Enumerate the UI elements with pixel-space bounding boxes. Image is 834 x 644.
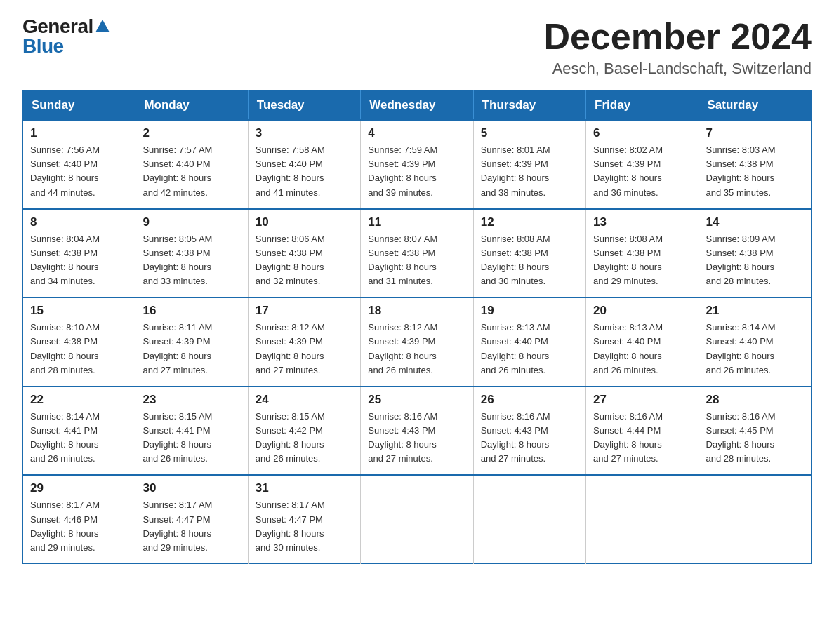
- calendar-day-cell: 23 Sunrise: 8:15 AMSunset: 4:41 PMDaylig…: [135, 387, 248, 476]
- day-info: Sunrise: 8:01 AMSunset: 4:39 PMDaylight:…: [481, 143, 578, 200]
- calendar-day-cell: 14 Sunrise: 8:09 AMSunset: 4:38 PMDaylig…: [699, 209, 811, 298]
- day-info: Sunrise: 8:11 AMSunset: 4:39 PMDaylight:…: [143, 321, 240, 377]
- calendar-day-cell: 24 Sunrise: 8:15 AMSunset: 4:42 PMDaylig…: [248, 387, 360, 476]
- day-number: 21: [706, 304, 804, 318]
- calendar-day-cell: 27 Sunrise: 8:16 AMSunset: 4:44 PMDaylig…: [586, 387, 699, 476]
- day-info: Sunrise: 8:17 AMSunset: 4:46 PMDaylight:…: [30, 498, 128, 555]
- day-info: Sunrise: 8:16 AMSunset: 4:43 PMDaylight:…: [368, 410, 465, 467]
- day-number: 19: [481, 304, 578, 318]
- day-header-thursday: Thursday: [473, 91, 585, 121]
- calendar-day-cell: 8 Sunrise: 8:04 AMSunset: 4:38 PMDayligh…: [23, 209, 135, 298]
- calendar-day-cell: 12 Sunrise: 8:08 AMSunset: 4:38 PMDaylig…: [473, 209, 585, 298]
- day-header-monday: Monday: [135, 91, 248, 121]
- calendar-day-cell: 7 Sunrise: 8:03 AMSunset: 4:38 PMDayligh…: [699, 120, 811, 209]
- logo: General Blue: [22, 17, 110, 56]
- page-header: General Blue December 2024 Aesch, Basel-…: [22, 17, 812, 78]
- day-number: 2: [143, 126, 240, 140]
- day-number: 7: [706, 126, 804, 140]
- day-number: 29: [30, 481, 128, 495]
- day-number: 15: [30, 304, 128, 318]
- calendar-day-cell: 21 Sunrise: 8:14 AMSunset: 4:40 PMDaylig…: [699, 297, 811, 387]
- day-info: Sunrise: 8:05 AMSunset: 4:38 PMDaylight:…: [143, 232, 240, 289]
- day-info: Sunrise: 8:17 AMSunset: 4:47 PMDaylight:…: [256, 498, 353, 555]
- day-number: 31: [256, 481, 353, 495]
- svg-marker-0: [95, 20, 110, 32]
- day-info: Sunrise: 8:12 AMSunset: 4:39 PMDaylight:…: [368, 321, 465, 377]
- calendar-week-row: 29 Sunrise: 8:17 AMSunset: 4:46 PMDaylig…: [23, 475, 812, 563]
- day-number: 8: [30, 215, 128, 229]
- day-info: Sunrise: 7:58 AMSunset: 4:40 PMDaylight:…: [256, 143, 353, 200]
- calendar-header-row: SundayMondayTuesdayWednesdayThursdayFrid…: [23, 91, 812, 121]
- day-number: 6: [593, 126, 691, 140]
- logo-general-text: General: [22, 17, 93, 36]
- day-info: Sunrise: 7:59 AMSunset: 4:39 PMDaylight:…: [368, 143, 465, 200]
- calendar-day-cell: 25 Sunrise: 8:16 AMSunset: 4:43 PMDaylig…: [361, 387, 473, 476]
- day-number: 27: [593, 393, 691, 407]
- day-info: Sunrise: 8:03 AMSunset: 4:38 PMDaylight:…: [706, 143, 804, 200]
- day-number: 30: [143, 481, 240, 495]
- calendar-week-row: 1 Sunrise: 7:56 AMSunset: 4:40 PMDayligh…: [23, 120, 812, 209]
- calendar-day-cell: 5 Sunrise: 8:01 AMSunset: 4:39 PMDayligh…: [473, 120, 585, 209]
- calendar-day-cell: 30 Sunrise: 8:17 AMSunset: 4:47 PMDaylig…: [135, 475, 248, 563]
- day-info: Sunrise: 8:13 AMSunset: 4:40 PMDaylight:…: [481, 321, 578, 377]
- calendar-day-cell: 26 Sunrise: 8:16 AMSunset: 4:43 PMDaylig…: [473, 387, 585, 476]
- day-number: 17: [256, 304, 353, 318]
- day-header-wednesday: Wednesday: [361, 91, 473, 121]
- day-number: 20: [593, 304, 691, 318]
- day-header-saturday: Saturday: [699, 91, 811, 121]
- day-number: 1: [30, 126, 128, 140]
- calendar-day-cell: 1 Sunrise: 7:56 AMSunset: 4:40 PMDayligh…: [23, 120, 135, 209]
- calendar-week-row: 8 Sunrise: 8:04 AMSunset: 4:38 PMDayligh…: [23, 209, 812, 298]
- calendar-day-cell: 18 Sunrise: 8:12 AMSunset: 4:39 PMDaylig…: [361, 297, 473, 387]
- day-number: 13: [593, 215, 691, 229]
- day-info: Sunrise: 8:07 AMSunset: 4:38 PMDaylight:…: [368, 232, 465, 289]
- day-info: Sunrise: 8:16 AMSunset: 4:44 PMDaylight:…: [593, 410, 691, 467]
- calendar-day-cell: 19 Sunrise: 8:13 AMSunset: 4:40 PMDaylig…: [473, 297, 585, 387]
- title-section: December 2024 Aesch, Basel-Landschaft, S…: [543, 17, 812, 78]
- calendar-table: SundayMondayTuesdayWednesdayThursdayFrid…: [22, 90, 812, 564]
- calendar-day-cell: 2 Sunrise: 7:57 AMSunset: 4:40 PMDayligh…: [135, 120, 248, 209]
- location-text: Aesch, Basel-Landschaft, Switzerland: [543, 60, 812, 78]
- day-number: 9: [143, 215, 240, 229]
- calendar-day-cell: 17 Sunrise: 8:12 AMSunset: 4:39 PMDaylig…: [248, 297, 360, 387]
- calendar-day-cell: [586, 475, 699, 563]
- day-info: Sunrise: 8:15 AMSunset: 4:42 PMDaylight:…: [256, 410, 353, 467]
- calendar-day-cell: 16 Sunrise: 8:11 AMSunset: 4:39 PMDaylig…: [135, 297, 248, 387]
- day-number: 10: [256, 215, 353, 229]
- day-info: Sunrise: 8:14 AMSunset: 4:40 PMDaylight:…: [706, 321, 804, 377]
- calendar-day-cell: 9 Sunrise: 8:05 AMSunset: 4:38 PMDayligh…: [135, 209, 248, 298]
- calendar-week-row: 15 Sunrise: 8:10 AMSunset: 4:38 PMDaylig…: [23, 297, 812, 387]
- day-info: Sunrise: 8:17 AMSunset: 4:47 PMDaylight:…: [143, 498, 240, 555]
- day-number: 24: [256, 393, 353, 407]
- day-header-sunday: Sunday: [23, 91, 135, 121]
- calendar-day-cell: [473, 475, 585, 563]
- logo-blue-text: Blue: [22, 35, 64, 57]
- calendar-day-cell: 20 Sunrise: 8:13 AMSunset: 4:40 PMDaylig…: [586, 297, 699, 387]
- day-info: Sunrise: 8:13 AMSunset: 4:40 PMDaylight:…: [593, 321, 691, 377]
- calendar-day-cell: 31 Sunrise: 8:17 AMSunset: 4:47 PMDaylig…: [248, 475, 360, 563]
- day-info: Sunrise: 8:15 AMSunset: 4:41 PMDaylight:…: [143, 410, 240, 467]
- day-info: Sunrise: 7:56 AMSunset: 4:40 PMDaylight:…: [30, 143, 128, 200]
- calendar-day-cell: 10 Sunrise: 8:06 AMSunset: 4:38 PMDaylig…: [248, 209, 360, 298]
- day-info: Sunrise: 8:12 AMSunset: 4:39 PMDaylight:…: [256, 321, 353, 377]
- day-header-tuesday: Tuesday: [248, 91, 360, 121]
- day-number: 26: [481, 393, 578, 407]
- calendar-day-cell: 11 Sunrise: 8:07 AMSunset: 4:38 PMDaylig…: [361, 209, 473, 298]
- day-info: Sunrise: 8:16 AMSunset: 4:45 PMDaylight:…: [706, 410, 804, 467]
- day-info: Sunrise: 7:57 AMSunset: 4:40 PMDaylight:…: [143, 143, 240, 200]
- calendar-day-cell: 15 Sunrise: 8:10 AMSunset: 4:38 PMDaylig…: [23, 297, 135, 387]
- calendar-day-cell: 28 Sunrise: 8:16 AMSunset: 4:45 PMDaylig…: [699, 387, 811, 476]
- day-info: Sunrise: 8:16 AMSunset: 4:43 PMDaylight:…: [481, 410, 578, 467]
- day-number: 3: [256, 126, 353, 140]
- day-number: 22: [30, 393, 128, 407]
- day-info: Sunrise: 8:08 AMSunset: 4:38 PMDaylight:…: [593, 232, 691, 289]
- day-number: 11: [368, 215, 465, 229]
- calendar-day-cell: 29 Sunrise: 8:17 AMSunset: 4:46 PMDaylig…: [23, 475, 135, 563]
- day-info: Sunrise: 8:04 AMSunset: 4:38 PMDaylight:…: [30, 232, 128, 289]
- calendar-day-cell: 13 Sunrise: 8:08 AMSunset: 4:38 PMDaylig…: [586, 209, 699, 298]
- day-number: 18: [368, 304, 465, 318]
- day-number: 23: [143, 393, 240, 407]
- calendar-day-cell: 3 Sunrise: 7:58 AMSunset: 4:40 PMDayligh…: [248, 120, 360, 209]
- day-info: Sunrise: 8:06 AMSunset: 4:38 PMDaylight:…: [256, 232, 353, 289]
- day-number: 16: [143, 304, 240, 318]
